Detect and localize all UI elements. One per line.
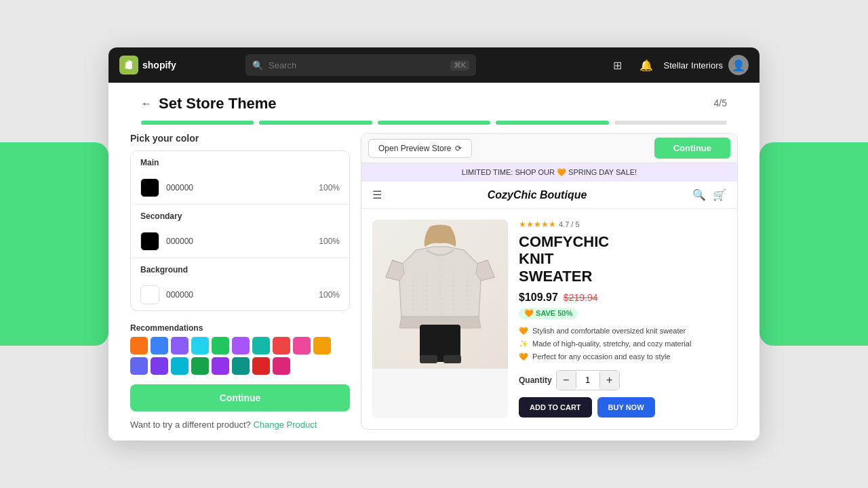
product-image-area bbox=[372, 220, 508, 418]
rec-swatch-darkgreen[interactable] bbox=[191, 357, 209, 375]
store-name-badge[interactable]: Stellar Interiors 👤 bbox=[664, 55, 749, 75]
open-preview-store-button[interactable]: Open Preview Store ⟳ bbox=[368, 139, 472, 158]
background-color-header: Background bbox=[131, 258, 349, 279]
product-image bbox=[372, 220, 508, 369]
quantity-minus-button[interactable]: − bbox=[557, 371, 576, 390]
rec-swatch-pink[interactable] bbox=[293, 337, 311, 354]
preview-toolbar: Open Preview Store ⟳ Continue bbox=[361, 134, 737, 163]
back-button[interactable]: ← bbox=[141, 98, 152, 110]
apps-icon-button[interactable]: ⊞ bbox=[607, 54, 629, 76]
progress-bar bbox=[108, 113, 760, 133]
nav-right: ⊞ 🔔 Stellar Interiors 👤 bbox=[607, 54, 749, 76]
rec-swatch-indigo[interactable] bbox=[130, 357, 148, 375]
progress-segment-4 bbox=[496, 121, 608, 125]
background-color-opacity: 100% bbox=[319, 290, 340, 300]
continue-button-left[interactable]: Continue bbox=[130, 384, 350, 411]
rec-swatch-fuchsia[interactable] bbox=[212, 357, 229, 375]
page-title: Set Store Theme bbox=[159, 95, 277, 113]
rec-swatch-orange[interactable] bbox=[130, 337, 148, 354]
two-col-layout: Pick your color Main 000000 100% Seconda… bbox=[108, 133, 760, 441]
secondary-color-row: 000000 100% bbox=[131, 225, 349, 258]
svg-rect-7 bbox=[443, 355, 461, 363]
feature-item-2: ✨Made of high-quality, stretchy, and coz… bbox=[519, 338, 726, 350]
rec-swatch-sky[interactable] bbox=[171, 357, 189, 375]
rec-swatch-rose[interactable] bbox=[273, 357, 290, 375]
secondary-color-opacity: 100% bbox=[319, 237, 340, 246]
save-badge: 🧡 SAVE 50% bbox=[519, 308, 578, 319]
quantity-value: 1 bbox=[576, 372, 600, 388]
price-original: $219.94 bbox=[564, 292, 598, 303]
search-kbd: ⌘K bbox=[450, 60, 469, 70]
main-color-row: 000000 100% bbox=[131, 171, 349, 205]
main-color-swatch[interactable] bbox=[140, 178, 159, 197]
store-search-icon[interactable]: 🔍 bbox=[692, 188, 706, 201]
rec-swatch-violet[interactable] bbox=[171, 337, 189, 354]
search-icon: 🔍 bbox=[252, 60, 263, 70]
product-area: ★★★★★ 4.7 / 5 COMFYCHIC KNIT SWEATER $10 bbox=[361, 209, 737, 429]
feature-item-1: 🧡Stylish and comfortable oversized knit … bbox=[519, 325, 726, 338]
rec-swatch-blue[interactable] bbox=[151, 337, 168, 354]
green-accent-left bbox=[0, 142, 108, 346]
search-input[interactable] bbox=[269, 60, 445, 70]
shopify-wordmark: shopify bbox=[142, 60, 176, 70]
price-row: $109.97 $219.94 bbox=[519, 291, 726, 304]
rating-text: 4.7 / 5 bbox=[559, 220, 580, 228]
svg-rect-6 bbox=[420, 355, 437, 363]
search-bar[interactable]: 🔍 ⌘K bbox=[245, 54, 476, 76]
add-to-cart-button[interactable]: ADD TO CART bbox=[519, 397, 592, 418]
content-area: ← Set Store Theme 4/5 Pick your color bbox=[108, 83, 760, 441]
refresh-icon: ⟳ bbox=[455, 144, 462, 153]
pick-color-label: Pick your color bbox=[130, 133, 350, 144]
rec-swatch-red[interactable] bbox=[273, 337, 290, 354]
quantity-row: Quantity − 1 + bbox=[519, 370, 726, 390]
store-preview: LIMITED TIME: SHOP OUR 🧡 SPRING DAY SALE… bbox=[361, 163, 737, 429]
shopify-logo: shopify bbox=[119, 56, 176, 75]
main-color-header: Main bbox=[131, 151, 349, 171]
change-product-text: Want to try a different product? Change … bbox=[130, 420, 350, 430]
store-cart-icon[interactable]: 🛒 bbox=[713, 188, 726, 201]
background-color-swatch[interactable] bbox=[140, 285, 159, 304]
quantity-plus-button[interactable]: + bbox=[600, 371, 619, 390]
rec-swatch-darkteal[interactable] bbox=[232, 357, 250, 375]
rec-swatch-darkred[interactable] bbox=[252, 357, 270, 375]
bell-icon-button[interactable]: 🔔 bbox=[635, 54, 657, 76]
color-section: Main 000000 100% Secondary 000000 100% bbox=[130, 150, 350, 311]
stars-row: ★★★★★ 4.7 / 5 bbox=[519, 220, 726, 229]
page-header: ← Set Store Theme 4/5 bbox=[108, 83, 760, 113]
price-current: $109.97 bbox=[519, 291, 558, 304]
back-title: ← Set Store Theme bbox=[141, 95, 277, 113]
shopify-logo-icon bbox=[119, 56, 138, 75]
announcement-bar: LIMITED TIME: SHOP OUR 🧡 SPRING DAY SALE… bbox=[361, 163, 737, 182]
secondary-color-hex: 000000 bbox=[166, 237, 319, 246]
quantity-label: Quantity bbox=[519, 375, 552, 385]
cart-buttons: ADD TO CART BUY NOW bbox=[519, 397, 726, 418]
right-panel: Open Preview Store ⟳ Continue LIMITED TI… bbox=[361, 133, 738, 430]
secondary-color-header: Secondary bbox=[131, 205, 349, 225]
top-nav: shopify 🔍 ⌘K ⊞ 🔔 Stellar Interiors 👤 bbox=[108, 47, 760, 83]
store-menu-icon[interactable]: ☰ bbox=[372, 188, 382, 201]
app-window: shopify 🔍 ⌘K ⊞ 🔔 Stellar Interiors 👤 bbox=[108, 47, 760, 441]
change-product-link[interactable]: Change Product bbox=[253, 420, 317, 430]
background-color-hex: 000000 bbox=[166, 290, 319, 300]
background-color-row: 000000 100% bbox=[131, 279, 349, 311]
rec-swatch-cyan[interactable] bbox=[191, 337, 209, 354]
rec-swatch-green[interactable] bbox=[212, 337, 229, 354]
buy-now-button[interactable]: BUY NOW bbox=[597, 397, 655, 418]
avatar: 👤 bbox=[728, 55, 749, 75]
rec-swatch-teal[interactable] bbox=[252, 337, 270, 354]
rec-swatch-purple[interactable] bbox=[232, 337, 250, 354]
continue-button-right[interactable]: Continue bbox=[654, 138, 730, 159]
green-accent-right bbox=[760, 142, 868, 346]
secondary-color-swatch[interactable] bbox=[140, 232, 159, 251]
rec-swatch-darkviolet[interactable] bbox=[151, 357, 168, 375]
color-recommendations-grid bbox=[130, 337, 350, 375]
store-nav: ☰ CozyChic Boutique 🔍 🛒 bbox=[361, 182, 737, 209]
progress-segment-5 bbox=[614, 121, 727, 125]
progress-segment-3 bbox=[378, 121, 490, 125]
rec-swatch-amber[interactable] bbox=[313, 337, 331, 354]
left-panel: Pick your color Main 000000 100% Seconda… bbox=[130, 133, 361, 430]
store-nav-title: CozyChic Boutique bbox=[382, 189, 692, 201]
main-color-opacity: 100% bbox=[319, 183, 340, 192]
product-details: ★★★★★ 4.7 / 5 COMFYCHIC KNIT SWEATER $10 bbox=[519, 220, 726, 418]
progress-segment-2 bbox=[259, 121, 372, 125]
